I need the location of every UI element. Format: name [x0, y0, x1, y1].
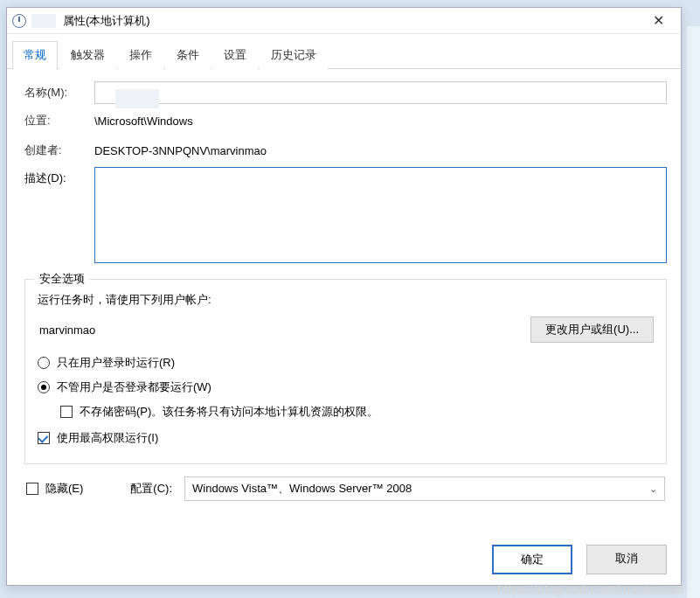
background-stripe — [687, 26, 700, 598]
window-title: 属性(本地计算机) — [63, 13, 641, 29]
tab-settings[interactable]: 设置 — [212, 41, 258, 69]
tab-strip: 常规 触发器 操作 条件 设置 历史记录 — [7, 39, 681, 69]
check-highest-privileges[interactable]: 使用最高权限运行(I) — [38, 430, 654, 446]
radio-label-any: 不管用户是否登录都要运行(W) — [57, 379, 211, 395]
row-user-account: marvinmao 更改用户或组(U)... — [38, 316, 654, 343]
security-group-title: 安全选项 — [34, 271, 90, 287]
close-icon[interactable]: ✕ — [641, 12, 676, 29]
row-location: 位置: \Microsoft\Windows — [24, 113, 667, 129]
change-user-button[interactable]: 更改用户或组(U)... — [530, 316, 654, 343]
config-label: 配置(C): — [130, 481, 172, 497]
properties-dialog: 属性(本地计算机) ✕ 常规 触发器 操作 条件 设置 历史记录 名称(M): … — [6, 7, 682, 586]
hidden-label: 隐藏(E) — [45, 481, 83, 497]
title-blank — [31, 14, 56, 28]
tab-general[interactable]: 常规 — [12, 41, 58, 69]
security-prompt: 运行任务时，请使用下列用户帐户: — [38, 292, 654, 308]
tab-history[interactable]: 历史记录 — [260, 41, 328, 69]
location-value: \Microsoft\Windows — [94, 115, 667, 128]
creator-label: 创建者: — [24, 143, 94, 158]
radio-run-any[interactable]: 不管用户是否登录都要运行(W) — [38, 379, 654, 395]
location-label: 位置: — [24, 113, 94, 129]
radio-icon — [38, 357, 50, 369]
name-label: 名称(M): — [24, 85, 94, 101]
checkbox-icon — [60, 406, 73, 418]
watermark-text: https://blog.csdn.net/marvinmao — [497, 582, 684, 596]
description-label: 描述(D): — [24, 167, 94, 186]
chevron-down-icon: ⌄ — [649, 483, 657, 495]
checkbox-icon — [38, 432, 50, 444]
check-label-highest: 使用最高权限运行(I) — [57, 430, 158, 446]
clock-icon — [12, 14, 26, 28]
radio-run-logged-on[interactable]: 只在用户登录时运行(R) — [38, 355, 654, 371]
check-hidden[interactable]: 隐藏(E) — [26, 481, 83, 497]
creator-value: DESKTOP-3NNPQNV\marvinmao — [94, 144, 667, 157]
radio-icon — [38, 381, 50, 393]
user-account-value: marvinmao — [38, 323, 530, 337]
check-no-store-password[interactable]: 不存储密码(P)。该任务将只有访问本地计算机资源的权限。 — [60, 404, 654, 420]
tab-conditions[interactable]: 条件 — [165, 41, 211, 69]
row-bottom: 隐藏(E) 配置(C): Windows Vista™、Windows Serv… — [24, 476, 667, 501]
description-input[interactable] — [94, 167, 667, 263]
row-description: 描述(D): — [24, 167, 667, 263]
tab-triggers[interactable]: 触发器 — [59, 41, 116, 69]
cancel-button[interactable]: 取消 — [586, 545, 667, 574]
name-redaction — [115, 89, 159, 108]
check-label-no-store: 不存储密码(P)。该任务将只有访问本地计算机资源的权限。 — [80, 404, 378, 420]
tab-actions[interactable]: 操作 — [118, 41, 163, 69]
dialog-footer: 确定 取消 — [492, 545, 667, 574]
titlebar[interactable]: 属性(本地计算机) ✕ — [7, 8, 681, 34]
config-select[interactable]: Windows Vista™、Windows Server™ 2008 ⌄ — [184, 476, 665, 501]
ok-button[interactable]: 确定 — [492, 545, 572, 574]
tab-panel-general: 名称(M): 位置: \Microsoft\Windows 创建者: DESKT… — [7, 69, 681, 510]
checkbox-icon — [26, 483, 38, 495]
config-value: Windows Vista™、Windows Server™ 2008 — [192, 481, 412, 497]
radio-label-logged-on: 只在用户登录时运行(R) — [57, 355, 175, 371]
security-groupbox: 安全选项 运行任务时，请使用下列用户帐户: marvinmao 更改用户或组(U… — [24, 279, 667, 464]
name-input[interactable] — [94, 81, 667, 104]
row-creator: 创建者: DESKTOP-3NNPQNV\marvinmao — [24, 143, 667, 158]
